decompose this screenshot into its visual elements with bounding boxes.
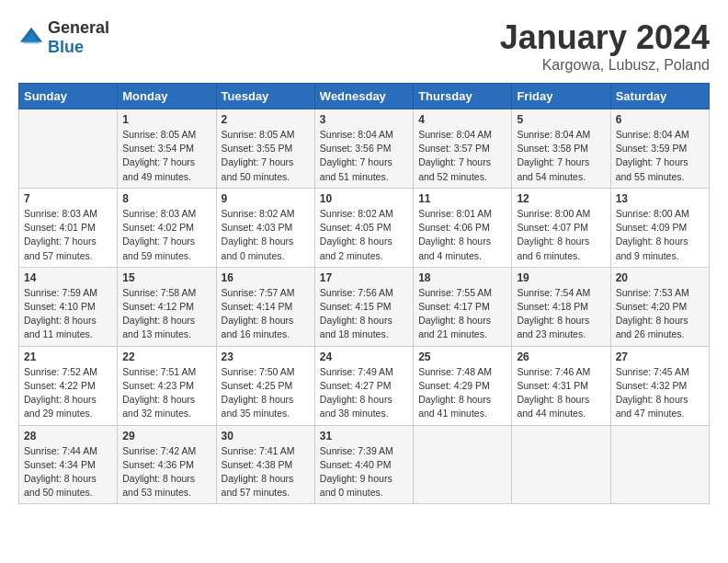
calendar-cell: 22Sunrise: 7:51 AMSunset: 4:23 PMDayligh… (118, 346, 216, 425)
day-info: Sunrise: 7:39 AMSunset: 4:40 PMDaylight:… (320, 444, 408, 500)
title-section: January 2024 Kargowa, Lubusz, Poland (500, 18, 710, 74)
day-info-line: and 54 minutes. (517, 171, 586, 182)
day-info-line: and 29 minutes. (24, 408, 93, 419)
day-number: 13 (616, 192, 704, 205)
calendar-cell (610, 425, 709, 504)
day-number: 29 (122, 430, 210, 442)
day-info-line: Sunrise: 7:59 AM (24, 287, 97, 298)
calendar-body: 1Sunrise: 8:05 AMSunset: 3:54 PMDaylight… (19, 109, 710, 504)
day-info-line: Sunrise: 8:05 AM (222, 129, 295, 140)
day-info-line: Daylight: 8 hours (122, 394, 195, 405)
day-number: 10 (320, 192, 408, 205)
calendar-week-4: 21Sunrise: 7:52 AMSunset: 4:22 PMDayligh… (19, 346, 710, 425)
day-info-line: Sunrise: 8:00 AM (616, 208, 689, 219)
day-info-line: Sunrise: 7:49 AM (320, 366, 393, 377)
day-number: 15 (122, 271, 210, 284)
day-info: Sunrise: 7:54 AMSunset: 4:18 PMDaylight:… (517, 286, 605, 342)
day-info-line: Sunrise: 8:00 AM (517, 208, 590, 219)
day-info-line: Sunset: 4:07 PM (517, 222, 588, 233)
calendar-cell: 10Sunrise: 8:02 AMSunset: 4:05 PMDayligh… (314, 188, 413, 267)
day-info: Sunrise: 7:41 AMSunset: 4:38 PMDaylight:… (222, 444, 310, 500)
day-info-line: Sunset: 3:56 PM (320, 143, 392, 154)
day-info-line: Sunrise: 7:56 AM (320, 287, 393, 298)
day-info-line: Sunset: 4:25 PM (222, 380, 293, 391)
day-info-line: and 41 minutes. (418, 408, 487, 419)
day-info: Sunrise: 8:00 AMSunset: 4:09 PMDaylight:… (616, 207, 704, 263)
location-subtitle: Kargowa, Lubusz, Poland (500, 57, 710, 74)
day-info-line: Sunset: 4:06 PM (418, 222, 490, 233)
day-info: Sunrise: 7:56 AMSunset: 4:15 PMDaylight:… (320, 286, 408, 342)
day-info-line: Sunrise: 7:41 AM (222, 445, 295, 456)
day-info-line: Sunrise: 7:45 AM (616, 366, 689, 377)
calendar-week-5: 28Sunrise: 7:44 AMSunset: 4:34 PMDayligh… (19, 425, 710, 504)
calendar-week-2: 7Sunrise: 8:03 AMSunset: 4:01 PMDaylight… (19, 188, 710, 267)
day-info-line: and 23 minutes. (517, 328, 586, 339)
day-info: Sunrise: 7:45 AMSunset: 4:32 PMDaylight:… (616, 365, 704, 421)
header-day-tuesday: Tuesday (216, 84, 314, 109)
day-info-line: Sunset: 3:54 PM (122, 143, 194, 154)
day-info-line: and 51 minutes. (320, 171, 389, 182)
day-info-line: Sunset: 4:29 PM (418, 380, 490, 391)
day-info-line: Daylight: 8 hours (222, 394, 294, 405)
day-info-line: Daylight: 8 hours (517, 315, 589, 326)
day-number: 9 (222, 192, 310, 205)
calendar-cell: 19Sunrise: 7:54 AMSunset: 4:18 PMDayligh… (512, 267, 610, 346)
day-number: 21 (24, 350, 112, 363)
calendar-cell: 29Sunrise: 7:42 AMSunset: 4:36 PMDayligh… (118, 425, 216, 504)
calendar-cell (512, 425, 610, 504)
day-info-line: Daylight: 8 hours (517, 394, 589, 405)
day-info: Sunrise: 7:55 AMSunset: 4:17 PMDaylight:… (418, 286, 506, 342)
calendar-cell: 5Sunrise: 8:04 AMSunset: 3:58 PMDaylight… (512, 109, 610, 189)
day-info-line: Sunrise: 7:53 AM (616, 287, 689, 298)
day-info: Sunrise: 8:01 AMSunset: 4:06 PMDaylight:… (418, 207, 506, 263)
calendar-cell: 30Sunrise: 7:41 AMSunset: 4:38 PMDayligh… (216, 425, 314, 504)
calendar-cell: 23Sunrise: 7:50 AMSunset: 4:25 PMDayligh… (216, 346, 314, 425)
calendar-cell (414, 425, 512, 504)
day-number: 4 (418, 113, 506, 126)
day-info-line: Sunset: 4:20 PM (616, 301, 688, 312)
header-day-saturday: Saturday (610, 84, 709, 109)
day-info-line: and 35 minutes. (222, 408, 290, 419)
day-info-line: Sunset: 4:36 PM (122, 459, 194, 470)
day-info-line: and 18 minutes. (320, 328, 389, 339)
day-info-line: Daylight: 8 hours (418, 394, 491, 405)
logo-icon (18, 25, 44, 51)
day-info-line: and 9 minutes. (616, 250, 679, 261)
day-info-line: Daylight: 7 hours (418, 156, 491, 167)
day-info-line: Daylight: 8 hours (320, 394, 392, 405)
day-info: Sunrise: 7:50 AMSunset: 4:25 PMDaylight:… (222, 365, 310, 421)
day-info-line: Daylight: 8 hours (24, 315, 97, 326)
day-info-line: and 44 minutes. (517, 408, 586, 419)
day-info: Sunrise: 7:52 AMSunset: 4:22 PMDaylight:… (24, 365, 112, 421)
day-info-line: Daylight: 7 hours (122, 236, 195, 247)
calendar-cell: 20Sunrise: 7:53 AMSunset: 4:20 PMDayligh… (610, 267, 709, 346)
day-info: Sunrise: 8:03 AMSunset: 4:02 PMDaylight:… (122, 207, 210, 263)
day-number: 25 (418, 350, 506, 363)
day-info-line: Sunset: 4:22 PM (24, 380, 96, 391)
day-info: Sunrise: 7:58 AMSunset: 4:12 PMDaylight:… (122, 286, 210, 342)
day-info-line: Daylight: 8 hours (418, 236, 491, 247)
day-info-line: and 52 minutes. (418, 171, 487, 182)
day-number: 16 (222, 271, 310, 284)
day-number: 5 (517, 113, 605, 126)
day-info-line: Daylight: 8 hours (320, 236, 392, 247)
day-info-line: and 21 minutes. (418, 328, 487, 339)
day-info-line: Sunrise: 8:04 AM (418, 129, 492, 140)
day-number: 3 (320, 113, 408, 126)
day-info-line: Sunrise: 7:48 AM (418, 366, 492, 377)
day-info-line: Daylight: 7 hours (320, 156, 392, 167)
day-info-line: and 49 minutes. (122, 171, 191, 182)
day-info-line: Daylight: 8 hours (122, 473, 195, 484)
header-day-monday: Monday (118, 84, 216, 109)
calendar-cell: 25Sunrise: 7:48 AMSunset: 4:29 PMDayligh… (414, 346, 512, 425)
calendar-header: SundayMondayTuesdayWednesdayThursdayFrid… (19, 84, 710, 109)
day-info-line: Sunset: 4:38 PM (222, 459, 293, 470)
day-number: 28 (24, 430, 112, 442)
calendar-cell: 15Sunrise: 7:58 AMSunset: 4:12 PMDayligh… (118, 267, 216, 346)
day-info-line: Sunset: 4:12 PM (122, 301, 194, 312)
day-info-line: Daylight: 8 hours (222, 315, 294, 326)
day-number: 18 (418, 271, 506, 284)
day-info-line: Daylight: 7 hours (222, 156, 294, 167)
day-info: Sunrise: 7:57 AMSunset: 4:14 PMDaylight:… (222, 286, 310, 342)
day-info-line: Sunset: 4:23 PM (122, 380, 194, 391)
